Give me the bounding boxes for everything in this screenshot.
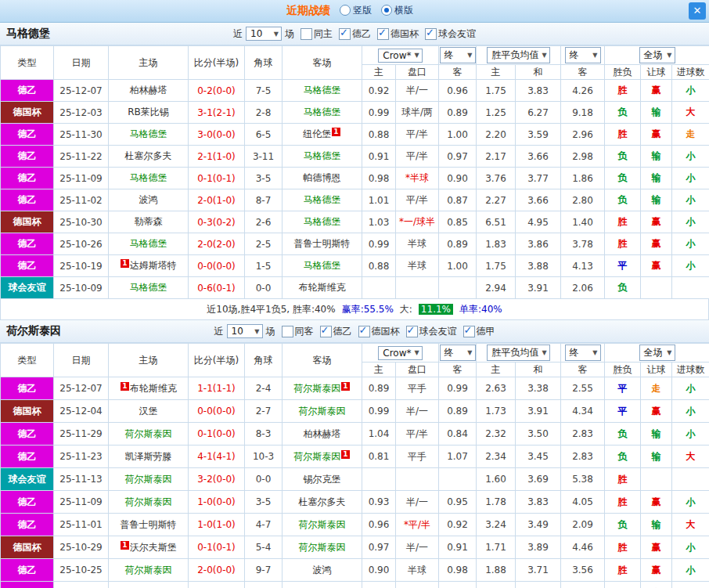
match-count-select[interactable]: 10▼ — [227, 324, 263, 338]
match-date: 25-11-09 — [54, 168, 109, 189]
avg-final-select[interactable]: 终▼ — [565, 345, 601, 361]
team-name-link[interactable]: 波鸿 — [313, 565, 332, 575]
odds-final-select-value: 终 — [444, 49, 454, 62]
odds-final-select[interactable]: 终▼ — [440, 47, 476, 63]
team-name-link[interactable]: 波鸿 — [139, 194, 158, 205]
team-name-link[interactable]: 勒蒂森 — [135, 216, 163, 227]
away-team-cell: 马格德堡 — [283, 189, 362, 211]
red-card-badge: 1 — [121, 259, 128, 268]
team-name-link[interactable]: 马格德堡 — [304, 150, 341, 161]
match-date: 25-11-22 — [54, 146, 109, 168]
fulltime-select[interactable]: 全场▼ — [639, 345, 675, 361]
team-name-link[interactable]: 凯泽斯劳滕 — [125, 451, 172, 462]
home-team-cell: 柏林赫塔 — [109, 80, 189, 102]
sub-header: 主 — [477, 65, 516, 80]
avg-away: 1.40 — [561, 211, 605, 233]
avg-draw: 3.66 — [516, 146, 561, 168]
close-button[interactable]: ✕ — [689, 2, 706, 20]
team-name-link[interactable]: 锡尔克堡 — [304, 474, 341, 485]
team-name-link[interactable]: 帕德博恩 — [304, 172, 341, 183]
team-name-link[interactable]: 马格德堡 — [130, 238, 167, 249]
col-date-header: 日期 — [54, 344, 109, 377]
team-name-link[interactable]: 达姆斯塔特 — [130, 260, 177, 271]
odds-home — [362, 468, 396, 491]
team-name-link[interactable]: 纽伦堡 — [303, 128, 331, 139]
odds-handicap-line: 平/半 — [396, 189, 439, 211]
filter-checkbox[interactable]: 德国杯 — [358, 325, 400, 338]
sub-header: 进球数 — [672, 65, 709, 80]
page-title: 近期战绩 — [286, 4, 330, 18]
odds-home: 0.88 — [362, 255, 396, 277]
team-name-link[interactable]: 布轮斯维克 — [130, 383, 177, 394]
away-team-cell: 杜塞尔多夫 — [283, 491, 362, 514]
avg-home: 2.94 — [477, 277, 516, 299]
team-name-link[interactable]: 荷尔斯泰因 — [293, 383, 340, 394]
away-team-cell: 纽伦堡1 — [283, 124, 362, 146]
team-name-link[interactable]: 马格德堡 — [304, 85, 341, 96]
odds-final-select[interactable]: 终▼ — [440, 345, 476, 361]
team-name-link[interactable]: 荷尔斯泰因 — [299, 519, 346, 530]
chevron-down-icon: ▼ — [274, 31, 279, 38]
team-name-link[interactable]: 荷尔斯泰因 — [299, 406, 346, 417]
col-away-header: 客场 — [283, 46, 362, 80]
radio-vertical-layout[interactable]: 竖版 — [340, 4, 372, 17]
team-name-link[interactable]: 马格德堡 — [130, 282, 167, 293]
team-name-link[interactable]: 马格德堡 — [304, 106, 341, 117]
radio-horizontal-layout[interactable]: 横版 — [381, 4, 413, 17]
filter-checkbox[interactable]: 德甲 — [463, 325, 495, 338]
avg-home: 1.60 — [477, 468, 516, 491]
team-name-link[interactable]: 马格德堡 — [304, 216, 341, 227]
layout-radio-group: 竖版横版 — [340, 4, 423, 19]
odds-away: 0.89 — [439, 400, 477, 423]
near-label: 近 — [233, 27, 243, 41]
result-cell: 负 — [605, 277, 641, 299]
team-name-link[interactable]: 杜塞尔多夫 — [125, 150, 172, 161]
fulltime-select[interactable]: 全场▼ — [639, 47, 675, 63]
team-name-link[interactable]: 普鲁士明斯特 — [294, 238, 351, 249]
odds-home: 0.89 — [362, 377, 396, 400]
match-type-badge: 德乙 — [1, 124, 54, 146]
odds-company-select[interactable]: Crow*▼ — [378, 346, 422, 360]
avg-final-select[interactable]: 终▼ — [565, 47, 601, 63]
team-name-link[interactable]: 普鲁士明斯特 — [121, 519, 177, 530]
filter-checkbox[interactable]: 同主 — [301, 27, 333, 41]
team-name-link[interactable]: 沃尔夫斯堡 — [130, 542, 177, 553]
match-type-badge: 德乙 — [1, 233, 54, 255]
team-name-link[interactable]: 马格德堡 — [130, 172, 167, 183]
avg-select[interactable]: 胜平负均值▼ — [487, 345, 549, 361]
filter-checkbox[interactable]: 德乙 — [320, 325, 352, 338]
team-name-link[interactable]: 布轮斯维克 — [299, 282, 346, 293]
team-name-link[interactable]: 荷尔斯泰因 — [125, 496, 172, 507]
sub-header: 客 — [561, 65, 605, 80]
team-name-link[interactable]: 汉堡 — [139, 406, 158, 417]
filter-checkbox[interactable]: 球会友谊 — [425, 27, 476, 41]
match-count-select[interactable]: 10▼ — [246, 27, 282, 41]
team-name-link[interactable]: 荷尔斯泰因 — [125, 474, 172, 485]
match-score: 0-2(0-0) — [189, 80, 245, 102]
avg-select[interactable]: 胜平负均值▼ — [487, 47, 549, 63]
filter-checkbox[interactable]: 德国杯 — [377, 27, 419, 41]
home-team-cell: 汉堡 — [109, 400, 189, 423]
team-name-link[interactable]: 荷尔斯泰因 — [293, 451, 340, 462]
team-name-link[interactable]: 柏林赫塔 — [130, 85, 167, 96]
team-name-link[interactable]: 荷尔斯泰因 — [125, 565, 172, 575]
filter-checkbox[interactable]: 同客 — [282, 325, 314, 338]
filter-checkbox[interactable]: 德乙 — [339, 27, 371, 41]
odds-away: 0.97 — [439, 146, 477, 168]
odds-home: 0.91 — [362, 146, 396, 168]
team-name-link[interactable]: 荷尔斯泰因 — [299, 542, 346, 553]
team-name-link[interactable]: 马格德堡 — [304, 260, 341, 271]
team-name-link[interactable]: 马格德堡 — [130, 128, 167, 139]
team-name-link[interactable]: 马格德堡 — [304, 194, 341, 205]
sub-header: 和 — [516, 363, 561, 377]
team-name-link[interactable]: 杜塞尔多夫 — [299, 496, 346, 507]
odds-company-select[interactable]: Crow*▼ — [378, 49, 422, 63]
odds-company-select-cell: Crow*▼ — [362, 46, 439, 65]
team-name-link[interactable]: 荷尔斯泰因 — [125, 428, 172, 439]
filter-checkbox[interactable]: 球会友谊 — [406, 325, 457, 338]
avg-final-select-cell: 终▼ — [561, 46, 605, 65]
result-cell: 负 — [605, 146, 641, 168]
team-name-link[interactable]: RB莱比锡 — [128, 106, 169, 117]
avg-away: 2.83 — [561, 446, 605, 468]
team-name-link[interactable]: 柏林赫塔 — [304, 428, 341, 439]
